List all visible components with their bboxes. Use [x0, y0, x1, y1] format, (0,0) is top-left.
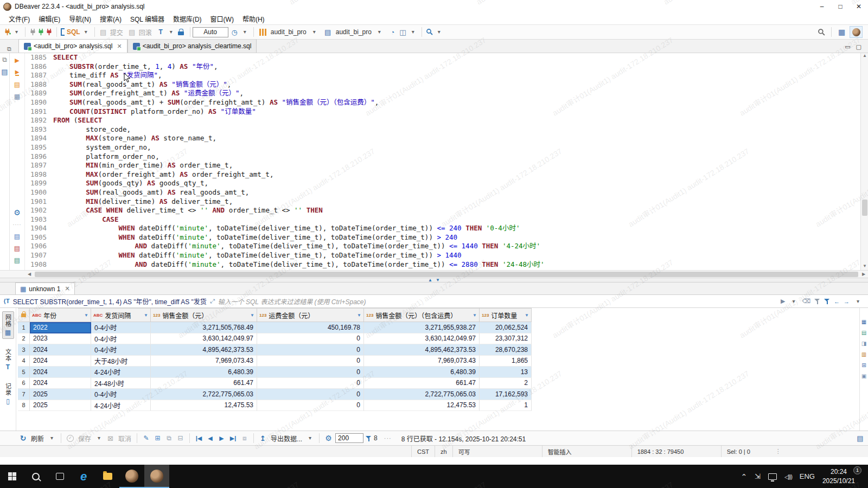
code-line[interactable]: 1889 SUM(order_freight_amt_t) AS "运费金额（元…: [25, 89, 860, 98]
code-line[interactable]: 1885SELECT: [25, 53, 860, 62]
maximize-button[interactable]: □: [831, 0, 850, 13]
transaction-log-icon[interactable]: [230, 27, 239, 37]
output-panel-icon[interactable]: [856, 433, 865, 443]
export-label[interactable]: 导出数据...: [271, 434, 302, 443]
save-label[interactable]: 保存: [78, 434, 91, 443]
tab-analysis-cleartime-sql[interactable]: <audit_bi_pro> analysis_cleartime.sql: [127, 39, 257, 53]
code-line[interactable]: 1908 AND dateDiff('minute', toDateTime(d…: [25, 260, 860, 269]
close-tab-icon[interactable]: ✕: [117, 43, 122, 50]
grid-cell[interactable]: 661.47: [151, 378, 257, 389]
code-line[interactable]: 1898 MAX(order_freight_amt) AS order_fre…: [25, 170, 860, 179]
cancel-label[interactable]: 取消: [118, 434, 131, 443]
volume-tray-icon[interactable]: [784, 472, 792, 480]
refresh-label[interactable]: 刷新: [31, 434, 44, 443]
code-line[interactable]: 1893 store_code,: [25, 125, 860, 134]
grid-column-header-5[interactable]: 123订单数量▼: [480, 308, 532, 322]
grid-column-header-4[interactable]: 123销售金额（元）（包含运费）▼: [364, 308, 480, 322]
input-language-button[interactable]: ENG: [800, 472, 815, 480]
grid-cell[interactable]: 6,480.39: [364, 367, 480, 378]
active-perspective-button[interactable]: [850, 26, 863, 38]
grid-cell[interactable]: 4-24小时: [91, 367, 151, 378]
grid-cell[interactable]: 0: [257, 367, 364, 378]
script-output-icon[interactable]: [13, 256, 22, 264]
clear-filter-icon[interactable]: ⌫: [802, 298, 810, 305]
split-editor-icon[interactable]: [398, 27, 407, 37]
code-line[interactable]: 1897 MIN(min_order_time) AS order_time_t…: [25, 161, 860, 170]
grid-cell[interactable]: 24-48小时: [91, 378, 151, 389]
duplicate-row-icon[interactable]: [164, 433, 174, 443]
code-line[interactable]: 1899 SUM(goods_qty) AS goods_qty_t,: [25, 179, 860, 188]
history-forward-icon[interactable]: →: [844, 298, 850, 305]
code-line[interactable]: 1887 time_diff AS "发货间隔",: [25, 71, 860, 80]
open-file-icon[interactable]: [13, 232, 22, 240]
editor-results-splitter[interactable]: ▲ ▼: [0, 278, 868, 282]
grid-cell[interactable]: 450,169.78: [257, 322, 364, 333]
chevron-down-icon[interactable]: [409, 27, 418, 37]
column-menu-icon[interactable]: ▼: [473, 313, 477, 318]
grid-cell[interactable]: 1: [480, 400, 532, 412]
menu-item-3[interactable]: 搜索(A): [95, 13, 126, 24]
fetch-size-input[interactable]: [335, 433, 363, 443]
row-number[interactable]: 3: [18, 344, 30, 356]
database-navigator-icon[interactable]: [1, 68, 9, 76]
more-actions-icon[interactable]: [13, 220, 22, 228]
grid-cell[interactable]: 2024: [30, 356, 91, 367]
save-file-icon[interactable]: [13, 244, 22, 252]
grid-cell[interactable]: 0-4小时: [91, 333, 151, 345]
editor-settings-icon[interactable]: [13, 208, 22, 216]
apply-filter-icon[interactable]: ▶: [781, 298, 785, 305]
grid-cell[interactable]: 2024: [30, 378, 91, 389]
presentation-tab-text[interactable]: 文本: [3, 346, 14, 373]
edge-browser-button[interactable]: e: [72, 465, 95, 488]
scroll-left-arrow[interactable]: ◀: [25, 272, 34, 277]
schema-selector[interactable]: audit_bi_pro: [321, 27, 386, 37]
grid-cell[interactable]: 1,865: [480, 356, 532, 367]
code-line[interactable]: 1890 SUM(real_goods_amt_t) + SUM(order_f…: [25, 98, 860, 107]
grid-cell[interactable]: 4,895,462,373.53: [364, 344, 480, 356]
grid-settings-icon[interactable]: [324, 433, 333, 443]
filter-settings-icon[interactable]: [824, 298, 830, 304]
execute-script-icon[interactable]: [13, 80, 22, 88]
scrollbar-thumb[interactable]: [862, 200, 867, 216]
presentation-tab-grid[interactable]: 网格: [2, 311, 14, 339]
chevron-down-icon[interactable]: [375, 27, 384, 37]
taskbar-search-button[interactable]: [24, 465, 48, 488]
explain-plan-icon[interactable]: [13, 92, 22, 100]
code-line[interactable]: 1894 MAX(store_name) AS store_name_t,: [25, 134, 860, 143]
file-explorer-button[interactable]: [95, 465, 119, 488]
grid-column-header-1[interactable]: ABC发货间隔▼: [91, 308, 151, 322]
show-hidden-icons-button[interactable]: [741, 472, 747, 481]
grid-cell[interactable]: 2025: [30, 400, 91, 412]
grid-cell[interactable]: 3,271,505,768.49: [151, 322, 257, 333]
grid-cell[interactable]: 2,722,775,065.03: [364, 389, 480, 400]
grid-cell[interactable]: 661.47: [364, 378, 480, 389]
chevron-down-icon[interactable]: [789, 297, 798, 306]
metadata-panel-icon[interactable]: ▤: [861, 330, 866, 336]
code-area[interactable]: 1885SELECT1886 SUBSTR(order_time_t, 1, 4…: [25, 53, 860, 270]
code-line[interactable]: 1903 CASE: [25, 215, 860, 224]
menu-item-0[interactable]: 文件(F): [4, 13, 34, 24]
sql-editor-button[interactable]: SQL: [59, 27, 92, 37]
add-row-icon[interactable]: [153, 433, 162, 443]
search-icon[interactable]: [426, 28, 433, 36]
chevron-down-icon[interactable]: [167, 27, 176, 37]
code-line[interactable]: 1896 platform_order_no,: [25, 152, 860, 162]
status-overflow-icon[interactable]: ⋮: [770, 446, 787, 457]
code-line[interactable]: 1900 SUM(real_goods_amt) AS real_goods_a…: [25, 188, 860, 197]
connection-selector[interactable]: audit_bi_pro: [256, 27, 321, 37]
grid-cell[interactable]: 2025: [30, 389, 91, 400]
column-menu-icon[interactable]: ▼: [84, 313, 88, 318]
grid-cell[interactable]: 20,062,524: [480, 322, 532, 333]
grid-cell[interactable]: 23,307,312: [480, 333, 532, 345]
grid-cell[interactable]: 0: [257, 378, 364, 389]
chevron-down-icon[interactable]: [305, 433, 315, 443]
chevron-down-icon[interactable]: [47, 433, 56, 443]
chevron-down-icon[interactable]: [853, 297, 863, 306]
panel-toggle-icon[interactable]: ▣: [861, 373, 866, 379]
start-button[interactable]: [0, 465, 24, 488]
grid-cell[interactable]: 2024: [30, 344, 91, 356]
close-results-tab-icon[interactable]: ✕: [65, 285, 69, 292]
taskbar-clock[interactable]: 20:24 2025/10/21: [822, 467, 855, 485]
code-line[interactable]: 1901 MIN(deliver_time) AS deliver_time_t…: [25, 197, 860, 207]
grid-cell[interactable]: 7,969,073.43: [364, 356, 480, 367]
